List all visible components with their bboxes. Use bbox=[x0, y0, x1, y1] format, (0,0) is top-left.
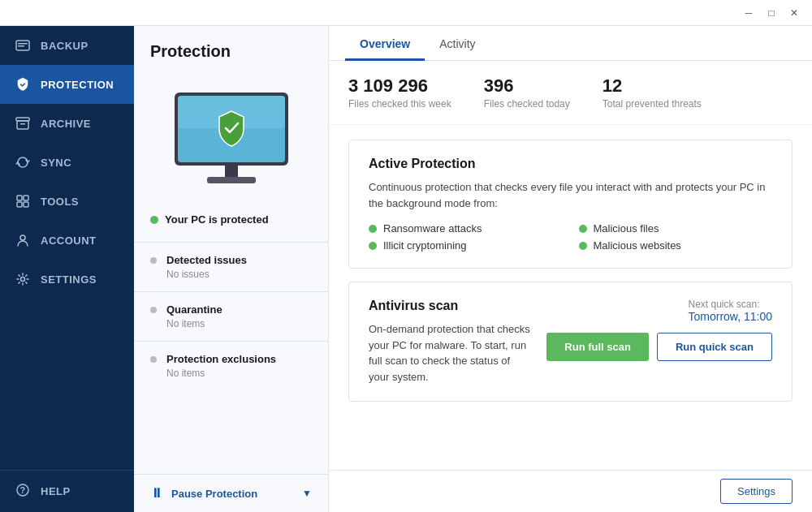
detected-issues-sub: No issues bbox=[166, 269, 312, 280]
sidebar-item-account[interactable]: ACCOUNT bbox=[0, 221, 134, 260]
stat-prevented-value: 12 bbox=[603, 75, 702, 97]
monitor-illustration bbox=[134, 64, 328, 210]
ransomware-dot bbox=[369, 225, 377, 233]
active-protection-title: Active Protection bbox=[369, 157, 772, 171]
shield-icon bbox=[15, 76, 31, 93]
settings-button[interactable]: Settings bbox=[720, 479, 793, 504]
sidebar: BACKUP PROTECTION ARCHIVE bbox=[0, 26, 134, 512]
app-body: BACKUP PROTECTION ARCHIVE bbox=[0, 26, 812, 512]
scan-buttons: Run full scan Run quick scan bbox=[546, 333, 772, 361]
help-icon: ? bbox=[15, 482, 31, 501]
svg-point-11 bbox=[21, 278, 25, 282]
sidebar-tools-label: TOOLS bbox=[41, 196, 79, 208]
svg-rect-18 bbox=[207, 177, 256, 183]
right-panel: Overview Activity 3 109 296 Files checke… bbox=[329, 26, 812, 512]
svg-rect-4 bbox=[17, 121, 28, 129]
exclusions-sub: No items bbox=[166, 368, 312, 379]
detected-issues-title: Detected issues bbox=[166, 254, 247, 266]
exclusions-dot bbox=[150, 356, 157, 363]
sidebar-archive-label: ARCHIVE bbox=[41, 118, 91, 130]
sidebar-sync-label: SYNC bbox=[41, 157, 71, 169]
backup-icon bbox=[15, 37, 31, 54]
run-quick-scan-button[interactable]: Run quick scan bbox=[657, 333, 772, 361]
quarantine-dot bbox=[150, 307, 157, 313]
maximize-button[interactable]: □ bbox=[760, 2, 783, 24]
tools-icon bbox=[15, 193, 31, 209]
run-full-scan-button[interactable]: Run full scan bbox=[546, 333, 649, 361]
stat-prevented: 12 Total prevented threats bbox=[603, 75, 734, 110]
malicious-websites-label: Malicious websites bbox=[594, 239, 681, 252]
page-title: Protection bbox=[134, 26, 328, 64]
next-scan-info: Next quick scan: Tomorrow, 11:00 bbox=[689, 299, 773, 323]
malicious-files-dot bbox=[579, 225, 587, 233]
stat-files-today-value: 396 bbox=[484, 75, 570, 97]
sidebar-item-sync[interactable]: SYNC bbox=[0, 143, 134, 182]
sidebar-protection-label: PROTECTION bbox=[41, 79, 114, 91]
sync-icon bbox=[15, 154, 31, 170]
feature-ransomware: Ransomware attacks bbox=[369, 222, 563, 234]
svg-rect-17 bbox=[225, 166, 238, 177]
stat-files-week-value: 3 109 296 bbox=[348, 75, 451, 97]
detected-issues-section[interactable]: Detected issues No issues bbox=[134, 243, 328, 291]
quarantine-section[interactable]: Quarantine No items bbox=[134, 292, 328, 341]
pause-protection-button[interactable]: ⏸ Pause Protection ▼ bbox=[134, 474, 328, 512]
antivirus-scan-title: Antivirus scan bbox=[369, 299, 530, 313]
malicious-files-label: Malicious files bbox=[594, 222, 659, 234]
next-scan-label: Next quick scan: bbox=[689, 299, 773, 310]
detected-issues-dot bbox=[150, 257, 157, 264]
sidebar-help-label: HELP bbox=[41, 485, 71, 497]
sidebar-item-archive[interactable]: ARCHIVE bbox=[0, 104, 134, 143]
malicious-websites-dot bbox=[579, 242, 587, 250]
archive-icon bbox=[15, 115, 31, 131]
sidebar-item-protection[interactable]: PROTECTION bbox=[0, 65, 134, 104]
sidebar-settings-label: SETTINGS bbox=[41, 273, 97, 286]
protection-exclusions-section[interactable]: Protection exclusions No items bbox=[134, 342, 328, 390]
stat-prevented-label: Total prevented threats bbox=[603, 98, 702, 110]
tab-activity[interactable]: Activity bbox=[425, 26, 490, 60]
main-panel: Protection bbox=[134, 26, 812, 512]
left-panel: Protection bbox=[134, 26, 329, 512]
content-area: Active Protection Continuous protection … bbox=[329, 125, 812, 470]
svg-rect-9 bbox=[24, 202, 28, 207]
quarantine-title: Quarantine bbox=[166, 303, 222, 316]
status-dot bbox=[150, 216, 158, 224]
ransomware-label: Ransomware attacks bbox=[383, 222, 482, 234]
sidebar-account-label: ACCOUNT bbox=[41, 234, 97, 247]
sidebar-item-help[interactable]: ? HELP bbox=[0, 470, 134, 512]
active-protection-card: Active Protection Continuous protection … bbox=[348, 140, 793, 269]
stat-files-week-label: Files checked this week bbox=[348, 98, 451, 110]
sidebar-item-tools[interactable]: TOOLS bbox=[0, 182, 134, 221]
close-button[interactable]: ✕ bbox=[783, 2, 806, 24]
pc-status: Your PC is protected bbox=[134, 210, 328, 242]
next-scan-time: Tomorrow, 11:00 bbox=[689, 310, 773, 323]
pause-label: Pause Protection bbox=[171, 488, 257, 500]
pause-chevron-icon: ▼ bbox=[302, 488, 312, 499]
scan-right: Next quick scan: Tomorrow, 11:00 Run ful… bbox=[546, 299, 772, 361]
scan-left: Antivirus scan On-demand protection that… bbox=[369, 299, 530, 385]
svg-text:?: ? bbox=[19, 485, 25, 495]
active-protection-desc: Continuous protection that checks every … bbox=[369, 179, 772, 211]
sidebar-item-settings[interactable]: SETTINGS bbox=[0, 260, 134, 299]
stat-files-week: 3 109 296 Files checked this week bbox=[348, 75, 484, 110]
svg-rect-7 bbox=[24, 196, 28, 200]
tabs-bar: Overview Activity bbox=[329, 26, 812, 61]
title-bar: ─ □ ✕ bbox=[0, 0, 812, 26]
tab-overview[interactable]: Overview bbox=[345, 26, 425, 60]
feature-malicious-files: Malicious files bbox=[579, 222, 773, 234]
quarantine-sub: No items bbox=[166, 318, 312, 329]
svg-rect-2 bbox=[18, 45, 24, 47]
stat-files-today-label: Files checked today bbox=[484, 98, 570, 110]
bottom-bar: Settings bbox=[329, 470, 812, 512]
pause-icon: ⏸ bbox=[150, 486, 163, 501]
sidebar-backup-label: BACKUP bbox=[41, 40, 89, 52]
stats-row: 3 109 296 Files checked this week 396 Fi… bbox=[329, 61, 812, 125]
minimize-button[interactable]: ─ bbox=[737, 2, 760, 24]
sidebar-item-backup[interactable]: BACKUP bbox=[0, 26, 134, 65]
exclusions-title: Protection exclusions bbox=[166, 353, 276, 365]
feature-cryptomining: Illicit cryptomining bbox=[369, 239, 563, 252]
svg-rect-8 bbox=[17, 202, 22, 207]
cryptomining-dot bbox=[369, 242, 377, 250]
svg-rect-1 bbox=[18, 43, 28, 45]
cryptomining-label: Illicit cryptomining bbox=[383, 239, 467, 252]
features-grid: Ransomware attacks Malicious files Illic… bbox=[369, 222, 772, 252]
